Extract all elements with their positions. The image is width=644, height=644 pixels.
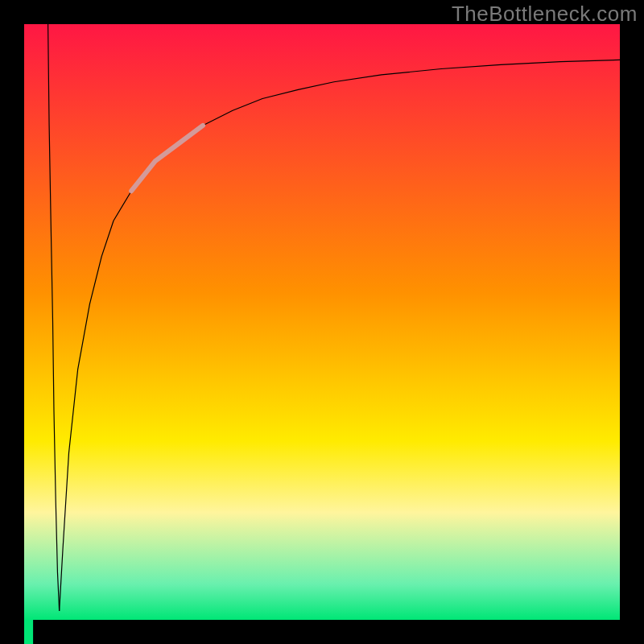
watermark-label: TheBottleneck.com [452,2,638,27]
chart-stage: TheBottleneck.com [0,0,644,644]
chart-background [24,24,620,620]
chart-canvas [0,0,644,644]
frame-notch [24,620,33,644]
